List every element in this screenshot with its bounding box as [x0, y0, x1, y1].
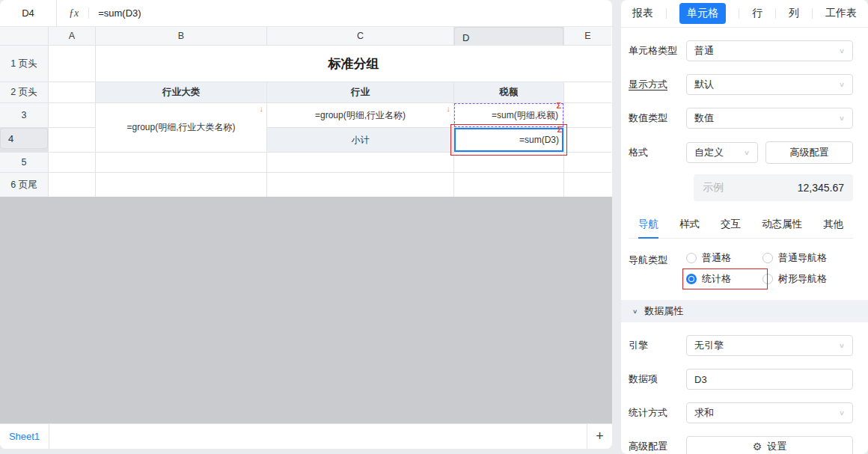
radio-icon	[762, 274, 773, 284]
col-header-b[interactable]: B	[96, 27, 266, 45]
tab-column[interactable]: 列	[789, 7, 799, 20]
cell-title-merged[interactable]: 标准分组	[96, 46, 611, 82]
tab-report[interactable]: 报表	[632, 7, 653, 20]
spreadsheet-panel: D4 ƒx =sum(D3) A B C D E 1 页头 标准分组 2 页头 …	[0, 0, 612, 449]
tab-worksheet[interactable]: 工作表	[825, 7, 857, 20]
settings-button-label: 设置	[767, 440, 786, 453]
sheet-tab-sheet1[interactable]: Sheet1	[0, 424, 49, 449]
sub-tabs: 导航 样式 交互 动态属性 其他	[629, 216, 853, 239]
cell-c5[interactable]	[267, 153, 453, 172]
row-header-2[interactable]: 2 页头	[0, 82, 48, 102]
cell-d5[interactable]	[454, 153, 563, 172]
radio-normal-cell[interactable]: 普通格	[686, 251, 762, 265]
tab-cell[interactable]: 单元格	[679, 3, 726, 24]
properties-panel: 报表 单元格 行 列 工作表 单元格类型 普通 ∨ 显示方式 默认 ∨ 数值类型	[621, 0, 868, 454]
tab-divider	[739, 8, 739, 19]
radio-normal-cell-label: 普通格	[702, 251, 731, 265]
radio-stat-cell-selected[interactable]: 统计格	[686, 272, 762, 286]
row-header-5[interactable]: 5	[0, 153, 48, 172]
cell-e4[interactable]	[564, 128, 611, 152]
cell-d4-selected[interactable]: =sum(D3) Σ	[454, 128, 563, 152]
cell-a2[interactable]	[49, 82, 95, 102]
formula-input[interactable]: =sum(D3)	[89, 7, 141, 19]
chevron-down-icon: ∨	[839, 409, 845, 417]
radio-tree-nav-cell[interactable]: 树形导航格	[762, 272, 853, 286]
subtab-interaction[interactable]: 交互	[721, 218, 741, 238]
row-header-6[interactable]: 6 页尾	[0, 173, 48, 197]
cell-a1[interactable]	[49, 46, 95, 82]
cell-c3[interactable]: =group(明细,行业名称) ↓	[267, 103, 453, 127]
stat-method-select[interactable]: 求和 ∨	[686, 402, 853, 423]
cell-type-select[interactable]: 普通 ∨	[686, 40, 853, 61]
cell-e3[interactable]	[564, 103, 611, 127]
subtab-style[interactable]: 样式	[679, 218, 700, 238]
tab-divider	[812, 8, 813, 19]
value-type-label: 数值类型	[629, 111, 686, 125]
cell-c6[interactable]	[267, 173, 453, 197]
grid-corner[interactable]	[0, 27, 48, 45]
row-header-4[interactable]: 4	[0, 128, 48, 149]
cell-a3[interactable]	[49, 103, 95, 127]
radio-checked-icon	[686, 274, 697, 284]
sigma-icon: Σ	[557, 126, 562, 134]
format-advanced-config-label: 高级配置	[790, 146, 829, 159]
cell-a4[interactable]	[49, 128, 95, 152]
radio-normal-nav-cell[interactable]: 普通导航格	[762, 251, 853, 265]
col-header-a[interactable]: A	[49, 27, 95, 45]
tab-row[interactable]: 行	[752, 7, 762, 20]
subtab-navigation[interactable]: 导航	[638, 218, 658, 238]
advanced-config-settings-button[interactable]: ⚙ 设置	[686, 436, 853, 454]
data-properties-section-header[interactable]: ∨ 数据属性	[621, 300, 868, 322]
col-header-c[interactable]: C	[267, 27, 453, 45]
radio-tree-nav-cell-label: 树形导航格	[778, 272, 827, 286]
row-header-3[interactable]: 3	[0, 103, 48, 127]
cell-b5[interactable]	[96, 153, 266, 172]
cell-d6[interactable]	[454, 173, 563, 197]
display-mode-value: 默认	[694, 78, 714, 91]
row-header-1[interactable]: 1 页头	[0, 46, 48, 82]
format-sample-box: 示例 12,345.67	[694, 174, 853, 201]
stat-method-label: 统计方式	[629, 406, 686, 420]
display-mode-select[interactable]: 默认 ∨	[686, 74, 853, 95]
cell-a6[interactable]	[49, 173, 95, 197]
value-type-select[interactable]: 数值 ∨	[686, 108, 853, 129]
cell-b2[interactable]: 行业大类	[96, 82, 266, 102]
cell-b6[interactable]	[96, 173, 266, 197]
cell-a5[interactable]	[49, 153, 95, 172]
format-select[interactable]: 自定义 ∨	[686, 142, 758, 163]
col-header-d[interactable]: D	[454, 27, 563, 48]
engine-select[interactable]: 无引擎 ∨	[686, 335, 853, 356]
sample-label: 示例	[703, 181, 724, 194]
cell-reference-box[interactable]: D4	[0, 0, 57, 26]
col-header-e[interactable]: E	[564, 27, 611, 45]
worksheet-grid: A B C D E 1 页头 标准分组 2 页头 行业大类 行业 税额 3 =g…	[0, 27, 611, 197]
sort-down-arrow-icon: ↓	[260, 105, 264, 113]
sample-value: 12,345.67	[798, 182, 844, 194]
cell-e6[interactable]	[564, 173, 611, 197]
design-canvas-background	[0, 197, 612, 423]
cell-e2[interactable]	[564, 82, 611, 102]
sheet-bar: Sheet1 +	[0, 423, 612, 449]
cell-d2[interactable]: 税额	[454, 82, 563, 102]
cell-e5[interactable]	[564, 153, 611, 172]
display-mode-label: 显示方式	[629, 78, 686, 91]
cell-b3-merged[interactable]: =group(明细,行业大类名称) ↓	[96, 103, 266, 152]
sum-d3-formula: =sum(D3)	[519, 135, 559, 145]
fx-icon: ƒx	[57, 7, 88, 19]
cell-c2[interactable]: 行业	[267, 82, 453, 102]
chevron-down-icon: ∨	[839, 81, 845, 88]
formula-bar: D4 ƒx =sum(D3)	[0, 0, 612, 27]
subtab-other[interactable]: 其他	[823, 218, 843, 238]
data-item-input[interactable]	[686, 369, 853, 390]
cell-d3[interactable]: =sum(明细,税额) Σ	[454, 103, 563, 127]
cell-c4[interactable]: 小计	[267, 128, 453, 152]
tab-divider	[666, 8, 667, 19]
data-properties-title: 数据属性	[644, 304, 683, 318]
format-advanced-config-button[interactable]: 高级配置	[765, 141, 853, 164]
radio-stat-cell-label: 统计格	[702, 272, 731, 286]
subtab-dynamic-properties[interactable]: 动态属性	[762, 218, 802, 238]
chevron-down-icon: ∨	[744, 149, 750, 156]
radio-icon	[762, 253, 773, 263]
add-sheet-button[interactable]: +	[587, 424, 612, 449]
data-item-label: 数据项	[629, 372, 686, 386]
